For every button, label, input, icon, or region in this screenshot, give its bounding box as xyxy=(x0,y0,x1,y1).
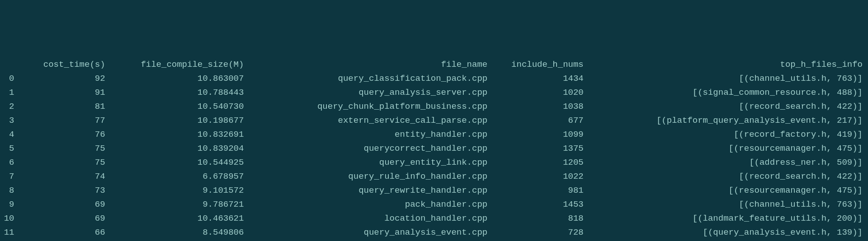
cell-file-name: query_entity_link.cpp xyxy=(247,156,491,170)
header-cost-time: cost_time(s) xyxy=(14,58,108,72)
cell-file-name: extern_service_call_parse.cpp xyxy=(247,114,491,128)
cell-index: 7 xyxy=(0,170,14,184)
cell-include-h-nums: 1375 xyxy=(491,142,587,156)
cell-file-compile-size: 10.832691 xyxy=(109,128,248,142)
cell-top-h-files-info: [(query_analysis_event.h, 139)] xyxy=(587,226,868,240)
cell-cost-time: 77 xyxy=(14,114,108,128)
cell-index: 2 xyxy=(0,100,14,114)
cell-file-compile-size: 10.463621 xyxy=(109,212,248,226)
cell-cost-time: 69 xyxy=(14,198,108,212)
cell-file-name: querycorrect_handler.cpp xyxy=(247,142,491,156)
table-row: 19110.788443query_analysis_server.cpp102… xyxy=(0,86,868,100)
cell-include-h-nums: 1099 xyxy=(491,128,587,142)
table-row: 126610.535795async_query_manager.cpp1203… xyxy=(0,239,868,241)
cell-index: 10 xyxy=(0,212,14,226)
cell-include-h-nums: 677 xyxy=(491,114,587,128)
table-row: 9699.786721pack_handler.cpp1453[(channel… xyxy=(0,198,868,212)
table-row: 09210.863007query_classification_pack.cp… xyxy=(0,72,868,86)
cell-include-h-nums: 1205 xyxy=(491,156,587,170)
cell-file-name: location_handler.cpp xyxy=(247,212,491,226)
cell-cost-time: 75 xyxy=(14,156,108,170)
cell-file-name: query_rewrite_handler.cpp xyxy=(247,184,491,198)
header-include-h-nums: include_h_nums xyxy=(491,58,587,72)
cell-file-compile-size: 10.198677 xyxy=(109,114,248,128)
table-row: 57510.839204querycorrect_handler.cpp1375… xyxy=(0,142,868,156)
table-row: 7746.678957query_rule_info_handler.cpp10… xyxy=(0,170,868,184)
header-top-h-files-info: top_h_files_info xyxy=(587,58,868,72)
cell-cost-time: 69 xyxy=(14,212,108,226)
cell-file-compile-size: 9.786721 xyxy=(109,198,248,212)
cell-cost-time: 92 xyxy=(14,72,108,86)
cell-index: 8 xyxy=(0,184,14,198)
cell-file-compile-size: 10.839204 xyxy=(109,142,248,156)
cell-top-h-files-info: [(record_factory.h, 419)] xyxy=(587,128,868,142)
cell-top-h-files-info: [(address_ner.h, 509)] xyxy=(587,156,868,170)
table-header-row: cost_time(s) file_compile_size(M) file_n… xyxy=(0,58,868,72)
cell-top-h-files-info: [(resourcemanager.h, 475)] xyxy=(587,184,868,198)
cell-file-compile-size: 6.678957 xyxy=(109,170,248,184)
cell-include-h-nums: 1203 xyxy=(491,239,587,241)
table-row: 11668.549806query_analysis_event.cpp728[… xyxy=(0,226,868,240)
cell-top-h-files-info: [(landmark_feature_utils.h, 200)] xyxy=(587,212,868,226)
table-row: 8739.101572query_rewrite_handler.cpp981[… xyxy=(0,184,868,198)
cell-file-compile-size: 10.540730 xyxy=(109,100,248,114)
table-row: 37710.198677extern_service_call_parse.cp… xyxy=(0,114,868,128)
cell-index: 6 xyxy=(0,156,14,170)
cell-file-compile-size: 9.101572 xyxy=(109,184,248,198)
cell-top-h-files-info: [(record_search.h, 422)] xyxy=(587,170,868,184)
cell-index: 3 xyxy=(0,114,14,128)
table-row: 47610.832691entity_handler.cpp1099[(reco… xyxy=(0,128,868,142)
cell-include-h-nums: 1038 xyxy=(491,100,587,114)
cell-include-h-nums: 1020 xyxy=(491,86,587,100)
cell-cost-time: 76 xyxy=(14,128,108,142)
cell-file-name: entity_handler.cpp xyxy=(247,128,491,142)
table-row: 28110.540730query_chunk_platform_busines… xyxy=(0,100,868,114)
cell-file-name: async_query_manager.cpp xyxy=(247,239,491,241)
cell-top-h-files-info: [(channel_utils.h, 763)] xyxy=(587,72,868,86)
cell-file-name: pack_handler.cpp xyxy=(247,198,491,212)
cell-file-compile-size: 8.549806 xyxy=(109,226,248,240)
header-file-name: file_name xyxy=(247,58,491,72)
cell-index: 0 xyxy=(0,72,14,86)
cell-file-compile-size: 10.863007 xyxy=(109,72,248,86)
cell-top-h-files-info: [(record_search.h, 422)] xyxy=(587,100,868,114)
cell-cost-time: 66 xyxy=(14,226,108,240)
cell-index: 9 xyxy=(0,198,14,212)
table-row: 106910.463621location_handler.cpp818[(la… xyxy=(0,212,868,226)
cell-top-h-files-info: [(channel_utils.h, 763)] xyxy=(587,198,868,212)
cell-top-h-files-info: [(platform_query_analysis_event.h, 217)] xyxy=(587,114,868,128)
data-table: cost_time(s) file_compile_size(M) file_n… xyxy=(0,58,868,241)
table-row: 67510.544925query_entity_link.cpp1205[(a… xyxy=(0,156,868,170)
cell-top-h-files-info: [(signal_common_resource.h, 488)] xyxy=(587,86,868,100)
cell-cost-time: 81 xyxy=(14,100,108,114)
cell-file-name: query_analysis_server.cpp xyxy=(247,86,491,100)
header-index xyxy=(0,58,14,72)
cell-index: 12 xyxy=(0,239,14,241)
cell-top-h-files-info: [(address_ner.h, 509)] xyxy=(587,239,868,241)
cell-index: 4 xyxy=(0,128,14,142)
cell-cost-time: 75 xyxy=(14,142,108,156)
cell-index: 11 xyxy=(0,226,14,240)
header-file-compile-size: file_compile_size(M) xyxy=(109,58,248,72)
cell-index: 1 xyxy=(0,86,14,100)
cell-cost-time: 73 xyxy=(14,184,108,198)
cell-file-compile-size: 10.544925 xyxy=(109,156,248,170)
cell-include-h-nums: 1434 xyxy=(491,72,587,86)
cell-file-name: query_chunk_platform_business.cpp xyxy=(247,100,491,114)
cell-file-name: query_analysis_event.cpp xyxy=(247,226,491,240)
cell-top-h-files-info: [(resourcemanager.h, 475)] xyxy=(587,142,868,156)
cell-file-compile-size: 10.788443 xyxy=(109,86,248,100)
cell-cost-time: 91 xyxy=(14,86,108,100)
cell-index: 5 xyxy=(0,142,14,156)
cell-include-h-nums: 1453 xyxy=(491,198,587,212)
cell-cost-time: 74 xyxy=(14,170,108,184)
cell-include-h-nums: 818 xyxy=(491,212,587,226)
cell-file-name: query_classification_pack.cpp xyxy=(247,72,491,86)
cell-include-h-nums: 728 xyxy=(491,226,587,240)
cell-include-h-nums: 981 xyxy=(491,184,587,198)
cell-file-compile-size: 10.535795 xyxy=(109,239,248,241)
cell-file-name: query_rule_info_handler.cpp xyxy=(247,170,491,184)
cell-include-h-nums: 1022 xyxy=(491,170,587,184)
cell-cost-time: 66 xyxy=(14,239,108,241)
